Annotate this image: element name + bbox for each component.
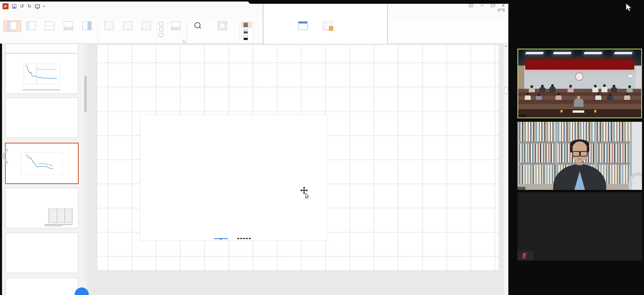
notes-master-button[interactable] [137,20,155,32]
video-call-panel [508,0,644,295]
university-seal [575,73,583,81]
glasses [572,151,588,156]
reading-view-button[interactable] [78,20,96,32]
powerpoint-window: P ↺ ↻ ▾ ▴ − × ▾ [0,0,508,295]
grayscale-swatch-icon [244,29,248,34]
left-edge [0,44,2,295]
wall-panel [628,75,633,77]
thumbnail-slide-6[interactable] [6,53,78,94]
grayscale-button[interactable] [242,28,252,34]
zoom-button[interactable] [189,20,207,32]
caption-bar [22,90,60,90]
legend-dash-icon [237,238,251,239]
thumbnail-slide-7[interactable] [6,98,78,138]
cup [561,110,563,112]
legend-item [214,238,230,239]
mic-muted-icon [521,252,527,259]
ruler-checkbox[interactable] [159,22,165,26]
restore-icon[interactable] [491,4,494,7]
start-slideshow-icon[interactable] [35,5,40,8]
ceiling-light [525,52,544,54]
save-icon[interactable] [12,4,16,9]
video-tile-xiaolin-hu[interactable] [517,49,642,118]
macros-button[interactable] [319,20,336,32]
mini-chart [21,63,62,87]
normal-view-button[interactable] [4,20,21,32]
notes-page-button[interactable] [60,20,77,32]
guides-checkbox[interactable] [159,33,165,37]
ribbon-group-window: ▾ [254,19,316,43]
chart[interactable] [140,115,327,241]
paper [573,110,584,113]
bookshelf-scene [517,122,642,190]
gridlines-checkbox[interactable] [159,27,165,31]
scroll-up-icon[interactable]: ▲ [504,44,509,47]
reading-view-icon [82,21,92,30]
group-label [317,38,338,43]
move-cursor-icon [299,186,311,200]
ribbon: ↘ [0,19,508,44]
chart-plot [140,115,327,241]
switch-windows-icon [298,21,307,30]
slide-sorter-button[interactable] [41,20,58,32]
outline-view-button[interactable] [22,20,40,32]
customize-qat-icon[interactable]: ▾ [43,5,45,8]
thumbnail-slide-10[interactable] [6,233,78,273]
desk-row [518,92,641,96]
slide-canvas[interactable] [97,45,499,270]
group-label [98,38,157,43]
chart-legend [140,238,327,239]
ribbon-group-color [240,19,254,43]
magnifier-icon [193,21,202,30]
slide-thumbnail-panel[interactable] [2,44,87,295]
notes-button[interactable] [167,20,185,32]
ribbon-display-options-icon[interactable]: ▴ [469,4,473,7]
participant-name-label [518,114,526,117]
overlay-bar [248,0,644,4]
ribbon-group-show: ↘ [157,19,187,43]
fit-to-window-icon [218,21,227,30]
powerpoint-logo-icon[interactable]: P [3,3,9,9]
notes-page-icon [64,21,73,30]
slide-master-button[interactable] [100,20,118,32]
checkbox-icon [159,33,163,37]
led-banner [525,59,634,70]
thumbnail-slide-5-partial[interactable] [6,44,78,53]
dialog-launcher-icon[interactable]: ↘ [183,40,186,43]
video-tile-ucas-sun-ze[interactable] [517,192,642,260]
legend-line-icon [214,238,228,239]
handout-master-icon [123,21,132,30]
black-white-button[interactable] [242,35,252,41]
panel-scrollbar-thumb[interactable] [84,76,87,112]
group-label [2,38,98,43]
notes-master-icon [142,21,151,30]
ceiling-light [614,52,633,54]
ribbon-group-zoom [187,19,239,43]
group-label [157,38,187,43]
thumbnail-slide-11[interactable] [6,278,78,295]
notes-icon [171,21,180,30]
main-scrollbar-track[interactable]: ▲ [503,44,508,295]
undo-icon[interactable]: ↺ [20,4,24,9]
arrange-all-button[interactable] [280,22,290,23]
thumbnail-slide-8-selected[interactable] [5,143,79,184]
main-scrollbar-thumb[interactable] [504,87,508,94]
thumbnail-slide-9[interactable] [6,188,78,228]
redo-icon[interactable]: ↻ [27,4,32,9]
normal-view-icon [8,21,17,30]
color-button[interactable] [242,22,252,28]
speaker [574,99,583,107]
lecture-hall-scene [518,49,641,117]
black-white-swatch-icon [244,36,248,40]
legend-item [237,238,253,239]
video-tile-mizoguchi[interactable] [517,122,642,190]
group-label [187,38,239,43]
ribbon-group-master-views [98,19,157,43]
front-desk [518,108,641,118]
previous-arrow-icon[interactable] [1,148,9,164]
caption-bar [45,224,72,225]
participant-name-label [517,251,534,260]
handout-master-button[interactable] [119,20,136,32]
group-label [254,38,316,43]
fit-to-window-button[interactable] [208,20,237,32]
